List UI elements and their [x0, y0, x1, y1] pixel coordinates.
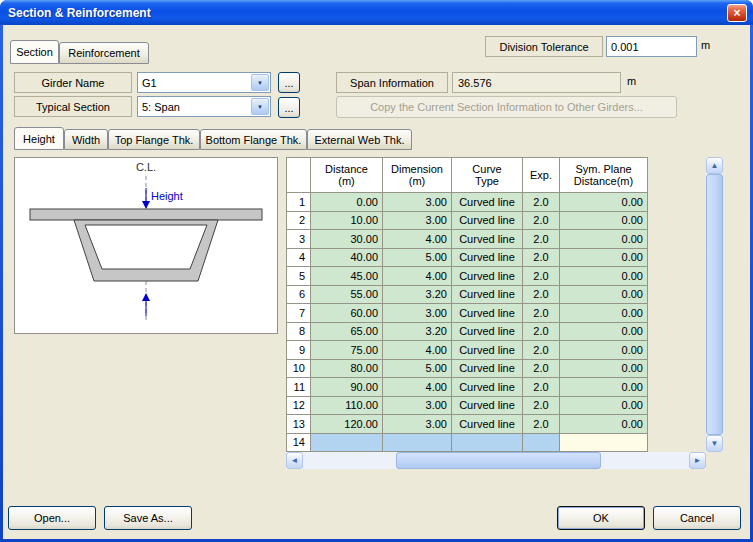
cell-distance[interactable]: 65.00	[311, 322, 383, 341]
tab-reinforcement[interactable]: Reinforcement	[59, 42, 149, 64]
cell-distance[interactable]: 10.00	[311, 211, 383, 230]
tab-section[interactable]: Section	[10, 40, 59, 64]
row-number[interactable]: 13	[287, 415, 311, 434]
cell-sym-plane[interactable]: 0.00	[560, 211, 648, 230]
cell-distance[interactable]: 60.00	[311, 304, 383, 323]
cell-exp[interactable]: 2.0	[523, 341, 560, 360]
cell-dimension[interactable]: 5.00	[383, 248, 452, 267]
cell-distance[interactable]: 90.00	[311, 378, 383, 397]
cell-distance[interactable]: 0.00	[311, 193, 383, 212]
cell-dimension[interactable]: 5.00	[383, 359, 452, 378]
cell-distance[interactable]: 110.00	[311, 396, 383, 415]
row-number[interactable]: 11	[287, 378, 311, 397]
close-button[interactable]: ×	[727, 4, 747, 22]
cell-curve-type[interactable]: Curved line	[452, 322, 523, 341]
row-number[interactable]: 4	[287, 248, 311, 267]
cancel-button[interactable]: Cancel	[653, 506, 741, 530]
cell-curve-type[interactable]: Curved line	[452, 211, 523, 230]
cell-curve-type[interactable]: Curved line	[452, 341, 523, 360]
division-tolerance-input[interactable]: 0.001	[606, 36, 697, 57]
row-number[interactable]: 10	[287, 359, 311, 378]
cell-dimension[interactable]: 3.00	[383, 415, 452, 434]
cell-distance[interactable]: 75.00	[311, 341, 383, 360]
cell-exp[interactable]: 2.0	[523, 248, 560, 267]
horizontal-scrollbar[interactable]: ◄ ►	[286, 452, 706, 469]
cell-exp[interactable]: 2.0	[523, 285, 560, 304]
cell-curve-type[interactable]: Curved line	[452, 193, 523, 212]
cell-distance[interactable]: 55.00	[311, 285, 383, 304]
subtab-top-flange-thk[interactable]: Top Flange Thk.	[108, 129, 200, 150]
cell-exp[interactable]	[523, 433, 560, 452]
row-number[interactable]: 12	[287, 396, 311, 415]
cell-curve-type[interactable]	[452, 433, 523, 452]
subtab-width[interactable]: Width	[64, 129, 108, 150]
vertical-scroll-thumb[interactable]	[706, 174, 723, 435]
row-number[interactable]: 1	[287, 193, 311, 212]
cell-exp[interactable]: 2.0	[523, 211, 560, 230]
cell-exp[interactable]: 2.0	[523, 415, 560, 434]
cell-curve-type[interactable]: Curved line	[452, 267, 523, 286]
cell-dimension[interactable]: 3.00	[383, 304, 452, 323]
cell-exp[interactable]: 2.0	[523, 378, 560, 397]
scroll-down-button[interactable]: ▼	[706, 435, 723, 452]
cell-sym-plane[interactable]: 0.00	[560, 322, 648, 341]
typical-section-browse-button[interactable]: ...	[278, 97, 300, 118]
cell-curve-type[interactable]: Curved line	[452, 359, 523, 378]
cell-distance[interactable]: 45.00	[311, 267, 383, 286]
scroll-up-button[interactable]: ▲	[706, 157, 723, 174]
scroll-left-button[interactable]: ◄	[286, 452, 303, 469]
cell-exp[interactable]: 2.0	[523, 230, 560, 249]
girder-name-browse-button[interactable]: ...	[278, 72, 300, 93]
row-number[interactable]: 6	[287, 285, 311, 304]
cell-dimension[interactable]	[383, 433, 452, 452]
cell-distance[interactable]: 40.00	[311, 248, 383, 267]
girder-name-dropdown-button[interactable]: ▼	[251, 74, 269, 91]
cell-dimension[interactable]: 4.00	[383, 378, 452, 397]
cell-sym-plane[interactable]: 0.00	[560, 304, 648, 323]
row-number[interactable]: 9	[287, 341, 311, 360]
cell-distance[interactable]: 120.00	[311, 415, 383, 434]
cell-sym-plane[interactable]: 0.00	[560, 396, 648, 415]
save-as-button[interactable]: Save As...	[104, 506, 192, 530]
row-number[interactable]: 7	[287, 304, 311, 323]
cell-distance[interactable]: 80.00	[311, 359, 383, 378]
cell-sym-plane[interactable]: 0.00	[560, 230, 648, 249]
cell-curve-type[interactable]: Curved line	[452, 396, 523, 415]
cell-dimension[interactable]: 3.20	[383, 285, 452, 304]
ok-button[interactable]: OK	[557, 506, 645, 530]
cell-sym-plane[interactable]: 0.00	[560, 359, 648, 378]
cell-dimension[interactable]: 3.00	[383, 193, 452, 212]
cell-sym-plane[interactable]: 0.00	[560, 248, 648, 267]
cell-sym-plane[interactable]: 0.00	[560, 193, 648, 212]
cell-sym-plane[interactable]: 0.00	[560, 285, 648, 304]
cell-dimension[interactable]: 3.20	[383, 322, 452, 341]
subtab-height[interactable]: Height	[14, 127, 64, 150]
row-number[interactable]: 2	[287, 211, 311, 230]
cell-sym-plane[interactable]: 0.00	[560, 267, 648, 286]
cell-curve-type[interactable]: Curved line	[452, 248, 523, 267]
cell-sym-plane[interactable]: 0.00	[560, 341, 648, 360]
cell-sym-plane[interactable]	[560, 433, 648, 452]
cell-dimension[interactable]: 4.00	[383, 267, 452, 286]
cell-dimension[interactable]: 4.00	[383, 341, 452, 360]
cell-curve-type[interactable]: Curved line	[452, 378, 523, 397]
open-button[interactable]: Open...	[8, 506, 96, 530]
subtab-external-web-thk[interactable]: External Web Thk.	[307, 129, 412, 150]
cell-dimension[interactable]: 4.00	[383, 230, 452, 249]
cell-sym-plane[interactable]: 0.00	[560, 415, 648, 434]
scroll-right-button[interactable]: ►	[689, 452, 706, 469]
cell-exp[interactable]: 2.0	[523, 193, 560, 212]
cell-curve-type[interactable]: Curved line	[452, 285, 523, 304]
cell-exp[interactable]: 2.0	[523, 396, 560, 415]
subtab-bottom-flange-thk[interactable]: Bottom Flange Thk.	[200, 129, 307, 150]
row-number[interactable]: 5	[287, 267, 311, 286]
cell-dimension[interactable]: 3.00	[383, 396, 452, 415]
cell-sym-plane[interactable]: 0.00	[560, 378, 648, 397]
cell-exp[interactable]: 2.0	[523, 304, 560, 323]
cell-exp[interactable]: 2.0	[523, 267, 560, 286]
titlebar[interactable]: Section & Reinforcement ×	[0, 0, 753, 25]
cell-exp[interactable]: 2.0	[523, 359, 560, 378]
cell-exp[interactable]: 2.0	[523, 322, 560, 341]
vertical-scrollbar[interactable]: ▲ ▼	[706, 157, 723, 452]
girder-name-select[interactable]: G1 ▼	[137, 72, 271, 93]
